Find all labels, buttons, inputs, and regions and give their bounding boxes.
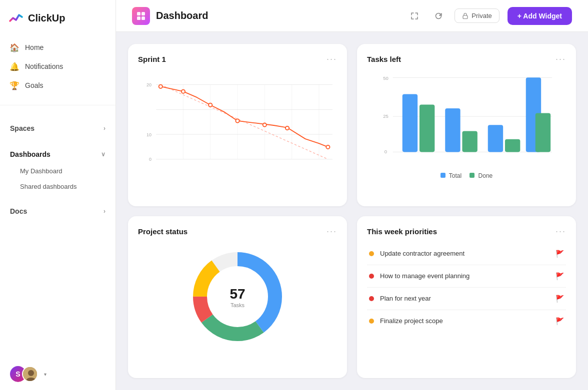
svg-point-28 [326, 145, 330, 149]
sidebar-item-goals[interactable]: 🏆 Goals [0, 76, 116, 95]
sidebar-dashboards-label: Dashboards [10, 150, 50, 158]
private-label: Private [472, 12, 492, 19]
sprint-menu-button[interactable]: ··· [326, 54, 337, 64]
priority-item-1: How to manage event planning 🚩 [367, 265, 566, 288]
priority-text-2: Plan for next year [380, 295, 431, 302]
expand-icon [410, 12, 418, 20]
priorities-menu-button[interactable]: ··· [556, 226, 566, 237]
dashboard-grid-icon [132, 7, 150, 25]
bar-chart-svg: 50 25 0 [367, 70, 566, 165]
priority-text-0: Update contractor agreement [380, 250, 464, 257]
svg-rect-4 [142, 12, 145, 15]
chevron-right-docs-icon: › [104, 208, 106, 215]
sidebar-docs-header[interactable]: Docs › [0, 202, 116, 220]
svg-rect-38 [462, 131, 477, 152]
grid-icon [136, 11, 146, 21]
home-icon: 🏠 [10, 43, 19, 52]
priorities-title: This week priorities [367, 227, 437, 236]
add-widget-button[interactable]: + Add Widget [508, 7, 572, 25]
priorities-header: This week priorities ··· [367, 226, 566, 237]
priority-dot-2 [369, 296, 374, 301]
user-avatar-photo [22, 366, 38, 382]
priority-left-0: Update contractor agreement [369, 250, 464, 257]
legend-done: Done [470, 172, 492, 179]
priority-flag-2: 🚩 [556, 295, 564, 303]
sprint-title: Sprint 1 [138, 55, 166, 63]
refresh-button[interactable] [430, 8, 446, 24]
priority-flag-1: 🚩 [556, 272, 564, 280]
svg-text:0: 0 [384, 149, 387, 154]
goals-icon: 🏆 [10, 81, 19, 90]
priority-item-3: Finalize project scope 🚩 [367, 310, 566, 332]
project-status-header: Project status ··· [138, 226, 337, 237]
sidebar-item-home[interactable]: 🏠 Home [0, 38, 116, 57]
sidebar-item-notifications[interactable]: 🔔 Notifications [0, 57, 116, 76]
svg-rect-36 [420, 104, 434, 152]
priority-flag-3: 🚩 [556, 317, 564, 325]
sidebar: ClickUp 🏠 Home 🔔 Notifications 🏆 Goals S… [0, 0, 116, 390]
priority-left-1: How to manage event planning [369, 272, 470, 280]
topbar: Dashboard Private + Add Wid [116, 0, 588, 32]
dashboard-grid: Sprint 1 ··· 20 [116, 32, 588, 390]
chevron-down-icon: ∨ [101, 151, 106, 158]
sidebar-dashboards-header[interactable]: Dashboards ∨ [0, 145, 116, 163]
priority-item-0: Update contractor agreement 🚩 [367, 243, 566, 265]
avatar-initial: S [16, 370, 20, 378]
tasks-left-header: Tasks left ··· [367, 54, 566, 64]
sprint-widget-header: Sprint 1 ··· [138, 54, 337, 64]
svg-rect-7 [463, 15, 468, 19]
project-status-menu-button[interactable]: ··· [326, 226, 337, 237]
svg-point-26 [263, 123, 266, 126]
svg-point-27 [286, 126, 289, 130]
sidebar-spaces-header[interactable]: Spaces › [0, 119, 116, 137]
legend-total-label: Total [449, 172, 462, 179]
sidebar-item-goals-label: Goals [25, 81, 44, 89]
user-chevron-icon[interactable]: ▾ [44, 372, 46, 377]
legend-done-label: Done [478, 172, 493, 179]
priority-item-2: Plan for next year 🚩 [367, 288, 566, 310]
donut-wrap: 57 Tasks [188, 247, 288, 349]
legend-done-dot [470, 173, 474, 178]
svg-point-23 [182, 90, 185, 93]
avatar-group: S [10, 366, 38, 382]
sidebar-nav: 🏠 Home 🔔 Notifications 🏆 Goals [0, 34, 116, 99]
private-button[interactable]: Private [454, 8, 499, 23]
priorities-list: Update contractor agreement 🚩 How to man… [367, 243, 566, 332]
chart-legend: Total Done [367, 172, 566, 179]
topbar-left: Dashboard [132, 7, 208, 25]
tasks-left-widget: Tasks left ··· 50 25 0 [357, 44, 576, 206]
sidebar-divider-1 [0, 105, 116, 105]
svg-text:25: 25 [383, 113, 388, 119]
svg-rect-35 [402, 94, 418, 152]
tasks-left-title: Tasks left [367, 55, 401, 63]
topbar-right: Private + Add Widget [406, 7, 572, 25]
donut-number: 57 [230, 287, 245, 301]
sidebar-item-my-dashboard[interactable]: My Dashboard [0, 163, 116, 179]
clickup-logo-icon [8, 10, 24, 26]
svg-point-24 [208, 103, 212, 107]
svg-rect-43 [536, 113, 550, 152]
logo-text: ClickUp [28, 12, 65, 24]
tasks-left-chart: 50 25 0 [367, 70, 566, 180]
priorities-widget: This week priorities ··· Update contract… [357, 216, 576, 379]
my-dashboard-label: My Dashboard [20, 167, 62, 175]
sidebar-section-spaces: Spaces › [0, 119, 116, 137]
legend-total: Total [440, 172, 462, 179]
lock-icon [462, 12, 468, 19]
svg-text:50: 50 [383, 75, 388, 81]
svg-rect-39 [488, 125, 503, 152]
svg-point-1 [28, 370, 34, 376]
sprint-chart: 20 10 0 [138, 70, 337, 180]
priority-flag-0: 🚩 [556, 250, 564, 258]
priority-dot-1 [369, 274, 374, 279]
sidebar-item-shared-dashboards[interactable]: Shared dashboards [0, 179, 116, 194]
project-status-widget: Project status ··· [128, 216, 347, 379]
svg-text:20: 20 [146, 82, 152, 87]
sprint-chart-svg: 20 10 0 [138, 70, 337, 180]
main-content: Dashboard Private + Add Wid [116, 0, 588, 390]
svg-rect-6 [142, 16, 145, 20]
tasks-left-menu-button[interactable]: ··· [556, 54, 566, 64]
svg-rect-37 [445, 108, 460, 152]
priority-dot-3 [369, 319, 374, 324]
expand-button[interactable] [406, 8, 422, 24]
